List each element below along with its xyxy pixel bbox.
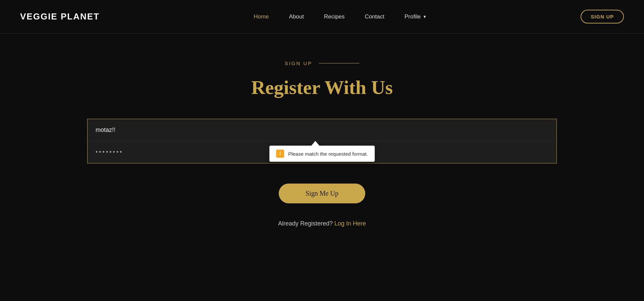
- main-content: SIGN UP Register With Us ! Please match …: [0, 34, 644, 227]
- chevron-down-icon: ▼: [423, 14, 427, 19]
- brand-logo: VEGGIE PLANET: [20, 11, 100, 22]
- page-title: Register With Us: [251, 76, 393, 99]
- nav-item-profile[interactable]: Profile ▼: [405, 13, 427, 20]
- nav-link-profile[interactable]: Profile ▼: [405, 13, 427, 20]
- nav-item-about[interactable]: About: [289, 13, 304, 20]
- username-field-container: ! Please match the requested format.: [87, 119, 557, 141]
- nav-item-recipes[interactable]: Recipes: [324, 13, 344, 20]
- section-label-container: SIGN UP: [285, 60, 360, 66]
- nav-signup-button[interactable]: SIGN UP: [581, 10, 624, 23]
- nav-links: Home About Recipes Contact Profile ▼: [254, 13, 427, 20]
- submit-button[interactable]: Sign Me Up: [279, 184, 365, 203]
- warning-icon: !: [276, 150, 284, 158]
- nav-link-home[interactable]: Home: [254, 13, 269, 20]
- validation-tooltip: ! Please match the requested format.: [269, 141, 375, 162]
- navbar: VEGGIE PLANET Home About Recipes Contact…: [0, 0, 644, 34]
- nav-item-home[interactable]: Home: [254, 13, 269, 20]
- login-link[interactable]: Log In Here: [334, 220, 366, 227]
- already-registered-text: Already Registered? Log In Here: [278, 220, 366, 227]
- section-label-line: [319, 63, 359, 63]
- nav-link-about[interactable]: About: [289, 13, 304, 20]
- signup-form: ! Please match the requested format. Sig…: [87, 119, 557, 227]
- tooltip-message: Please match the requested format.: [288, 151, 368, 157]
- nav-link-recipes[interactable]: Recipes: [324, 13, 344, 20]
- username-input[interactable]: [87, 119, 557, 141]
- tooltip-arrow: [311, 141, 319, 146]
- nav-item-contact[interactable]: Contact: [365, 13, 384, 20]
- tooltip-box: ! Please match the requested format.: [269, 146, 375, 162]
- section-label-text: SIGN UP: [285, 60, 313, 66]
- nav-link-contact[interactable]: Contact: [365, 13, 384, 20]
